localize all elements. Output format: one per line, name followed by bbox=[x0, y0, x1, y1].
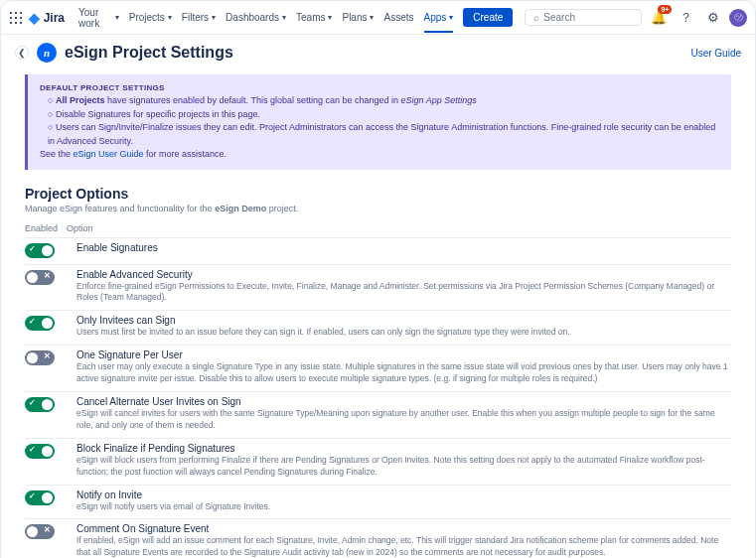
nav-filters[interactable]: Filters▾ bbox=[182, 12, 216, 23]
toggle-4[interactable]: ✓ bbox=[25, 397, 55, 412]
callout-line-1: have signatures enabled by default. This… bbox=[107, 95, 477, 105]
toggle-3[interactable]: ✕ bbox=[25, 350, 55, 365]
page-title: eSign Project Settings bbox=[65, 44, 233, 62]
info-callout: DEFAULT PROJECT SETTINGS All Projects ha… bbox=[25, 74, 731, 170]
jira-logo[interactable]: ◆ Jira bbox=[29, 11, 65, 25]
check-icon: ✓ bbox=[29, 317, 36, 326]
option-title: Notify on Invite bbox=[76, 489, 731, 500]
option-row: ✕One Signature Per UserEach user may onl… bbox=[25, 345, 731, 391]
callout-heading: DEFAULT PROJECT SETTINGS bbox=[40, 82, 719, 94]
callout-footer-suffix: for more assistance. bbox=[144, 149, 227, 159]
nav-plans[interactable]: Plans▾ bbox=[342, 12, 374, 23]
toggle-1[interactable]: ✕ bbox=[25, 270, 55, 285]
search-icon: ⌕ bbox=[533, 12, 539, 23]
toggle-2[interactable]: ✓ bbox=[25, 316, 55, 331]
user-guide-link[interactable]: User Guide bbox=[690, 48, 741, 59]
toggle-knob bbox=[42, 446, 53, 457]
option-desc: Users must first be invited to an issue … bbox=[76, 327, 731, 339]
search-input[interactable]: ⌕ Search bbox=[525, 9, 642, 26]
primary-nav: Your work▾ Projects▾ Filters▾ Dashboards… bbox=[78, 7, 513, 29]
help-icon[interactable]: ？ bbox=[675, 7, 695, 29]
chevron-down-icon: ▾ bbox=[328, 13, 332, 22]
toggle-knob bbox=[42, 245, 53, 256]
toggle-7[interactable]: ✕ bbox=[25, 524, 55, 539]
option-desc: Each user may only execute a single Sign… bbox=[76, 361, 731, 385]
toggle-knob bbox=[42, 318, 53, 329]
notifications-icon[interactable]: 🔔9+ bbox=[648, 7, 669, 29]
option-row: ✓Enable Signatures bbox=[25, 237, 731, 264]
option-title: Only Invitees can Sign bbox=[76, 315, 731, 326]
option-desc: eSign will notify users via email of Sig… bbox=[76, 501, 731, 513]
settings-icon[interactable]: ⚙ bbox=[702, 7, 723, 29]
callout-footer-prefix: See the bbox=[40, 149, 74, 159]
option-title: Cancel Alternate User Invites on Sign bbox=[76, 396, 731, 407]
option-title: Enable Advanced Security bbox=[76, 269, 731, 280]
option-desc: eSign will block users from performing F… bbox=[76, 455, 731, 479]
option-title: Enable Signatures bbox=[76, 242, 731, 253]
nav-assets[interactable]: Assets bbox=[383, 12, 413, 23]
option-desc: Enforce fine-grained eSign Permissions t… bbox=[76, 281, 731, 305]
toggle-6[interactable]: ✓ bbox=[25, 490, 55, 505]
nav-teams[interactable]: Teams▾ bbox=[296, 12, 332, 23]
option-row: ✓Only Invitees can SignUsers must first … bbox=[25, 310, 731, 345]
check-icon: ✓ bbox=[29, 244, 36, 253]
product-name: Jira bbox=[44, 11, 65, 25]
option-row: ✕Comment On Signature EventIf enabled, e… bbox=[25, 518, 731, 558]
toggle-knob bbox=[27, 526, 38, 537]
option-desc: eSign will cancel invites for users with… bbox=[76, 408, 731, 432]
chevron-down-icon: ▾ bbox=[449, 13, 453, 22]
page-header: ❮ n eSign Project Settings User Guide bbox=[1, 35, 755, 70]
chevron-down-icon: ▾ bbox=[370, 13, 374, 22]
x-icon: ✕ bbox=[44, 351, 51, 360]
option-title: Block Finalize if Pending Signatures bbox=[76, 443, 731, 454]
create-button[interactable]: Create bbox=[463, 8, 513, 27]
callout-line-3: Users can Sign/Invite/Finalize issues th… bbox=[48, 121, 719, 148]
chevron-down-icon: ▾ bbox=[168, 13, 172, 22]
toggle-5[interactable]: ✓ bbox=[25, 444, 55, 459]
user-avatar[interactable]: ㋡ bbox=[729, 9, 747, 27]
nav-dashboards[interactable]: Dashboards▾ bbox=[226, 12, 286, 23]
toggle-knob bbox=[27, 272, 38, 283]
app-switcher-icon[interactable] bbox=[9, 11, 23, 25]
option-row: ✓Cancel Alternate User Invites on SigneS… bbox=[25, 391, 731, 438]
nav-projects[interactable]: Projects▾ bbox=[129, 12, 172, 23]
jira-mark-icon: ◆ bbox=[29, 11, 40, 25]
callout-line-2: Disable Signatures for specific projects… bbox=[48, 108, 719, 122]
nav-your-work[interactable]: Your work▾ bbox=[78, 7, 119, 29]
nav-apps[interactable]: Apps▾ bbox=[424, 12, 454, 33]
global-nav: ◆ Jira Your work▾ Projects▾ Filters▾ Das… bbox=[1, 1, 755, 35]
notification-badge: 9+ bbox=[658, 5, 672, 14]
check-icon: ✓ bbox=[29, 491, 36, 500]
toggle-knob bbox=[27, 352, 38, 363]
project-options-subtext: Manage eSign features and functionality … bbox=[25, 204, 731, 213]
option-title: One Signature Per User bbox=[76, 349, 731, 360]
x-icon: ✕ bbox=[44, 271, 51, 280]
option-row: ✓Notify on InviteeSign will notify users… bbox=[25, 485, 731, 519]
check-icon: ✓ bbox=[29, 398, 36, 407]
chevron-down-icon: ▾ bbox=[115, 13, 119, 22]
option-row: ✕Enable Advanced SecurityEnforce fine-gr… bbox=[25, 264, 731, 311]
toggle-knob bbox=[42, 492, 53, 503]
toggle-knob bbox=[42, 399, 53, 410]
options-table: Enabled Option ✓Enable Signatures✕Enable… bbox=[25, 223, 731, 559]
chevron-down-icon: ▾ bbox=[282, 13, 286, 22]
option-title: Comment On Signature Event bbox=[76, 523, 731, 534]
col-option: Option bbox=[67, 223, 93, 233]
option-row: ✓Block Finalize if Pending SignatureseSi… bbox=[25, 438, 731, 485]
check-icon: ✓ bbox=[29, 445, 36, 454]
option-desc: If enabled, eSign will add an issue comm… bbox=[76, 535, 731, 558]
esign-app-icon: n bbox=[37, 43, 57, 63]
chevron-down-icon: ▾ bbox=[212, 13, 216, 22]
x-icon: ✕ bbox=[44, 525, 51, 534]
search-placeholder: Search bbox=[543, 12, 575, 23]
col-enabled: Enabled bbox=[25, 223, 67, 233]
callout-line-1-bold: All Projects bbox=[56, 95, 105, 105]
back-button[interactable]: ❮ bbox=[15, 46, 29, 60]
project-options-heading: Project Options bbox=[25, 186, 731, 202]
toggle-0[interactable]: ✓ bbox=[25, 243, 55, 258]
callout-user-guide-link[interactable]: eSign User Guide bbox=[74, 149, 144, 159]
